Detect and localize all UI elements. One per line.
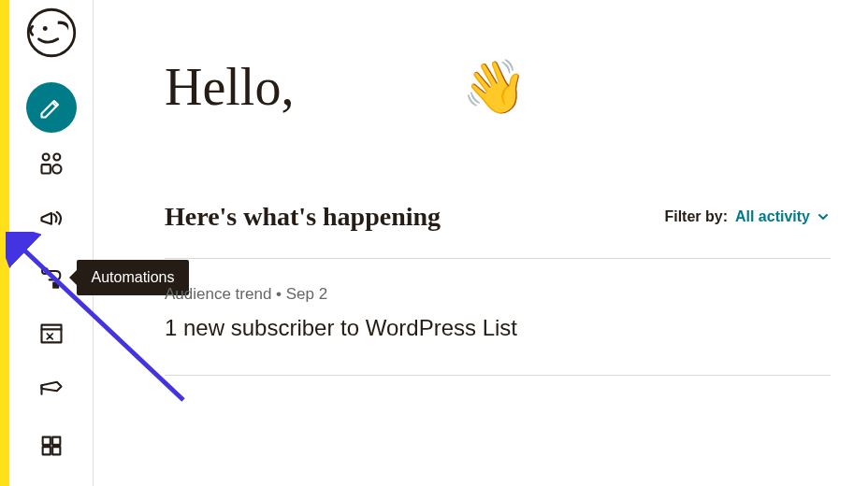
svg-rect-10: [52, 437, 60, 445]
svg-rect-12: [52, 447, 60, 454]
section-title: Here's what's happening: [165, 202, 441, 232]
feed-separator: •: [271, 285, 285, 303]
sidebar: Automations: [9, 0, 94, 486]
feed-title: 1 new subscriber to WordPress List: [165, 315, 831, 341]
feed-category: Audience trend: [165, 285, 271, 303]
svg-point-2: [42, 154, 49, 161]
mailchimp-logo[interactable]: [26, 7, 77, 58]
filter-dropdown[interactable]: All activity: [735, 208, 831, 225]
automations-icon: [38, 264, 65, 291]
greeting-text: Hello,: [165, 57, 294, 117]
integrations-icon: [38, 433, 65, 459]
svg-point-3: [53, 154, 60, 161]
happening-row: Here's what's happening Filter by: All a…: [165, 202, 831, 259]
chevron-down-icon: [816, 209, 831, 224]
main-content: Hello, 👋 Here's what's happening Filter …: [94, 0, 868, 486]
sidebar-item-integrations[interactable]: [26, 421, 77, 471]
sidebar-item-website[interactable]: [26, 308, 77, 359]
audience-icon: [38, 150, 65, 177]
megaphone-icon: [38, 207, 65, 233]
svg-rect-4: [41, 164, 50, 173]
sidebar-item-create[interactable]: [26, 82, 77, 133]
svg-point-0: [28, 9, 75, 56]
accent-strip: [0, 0, 9, 486]
wave-emoji: 👋: [462, 56, 528, 118]
filter-value-text: All activity: [735, 208, 810, 225]
website-icon: [38, 321, 65, 347]
svg-rect-11: [42, 447, 50, 454]
pencil-icon: [38, 94, 65, 121]
feed-date: Sep 2: [286, 285, 327, 303]
sidebar-item-automations[interactable]: Automations: [26, 252, 77, 303]
feed-meta: Audience trend • Sep 2: [165, 285, 831, 304]
feed-item[interactable]: Audience trend • Sep 2 1 new subscriber …: [165, 285, 831, 376]
sidebar-item-content[interactable]: [26, 364, 77, 415]
svg-rect-7: [52, 282, 59, 289]
svg-point-5: [52, 164, 61, 173]
mailchimp-logo-icon: [26, 7, 77, 58]
feed-divider: [165, 375, 831, 376]
filter-label: Filter by:: [664, 208, 728, 225]
sidebar-item-campaigns[interactable]: [26, 194, 77, 245]
svg-rect-9: [42, 437, 50, 445]
greeting-row: Hello, 👋: [165, 56, 831, 118]
filter: Filter by: All activity: [664, 208, 831, 225]
sidebar-item-audience[interactable]: [26, 138, 77, 189]
content-icon: [38, 377, 65, 403]
svg-point-1: [42, 26, 47, 31]
